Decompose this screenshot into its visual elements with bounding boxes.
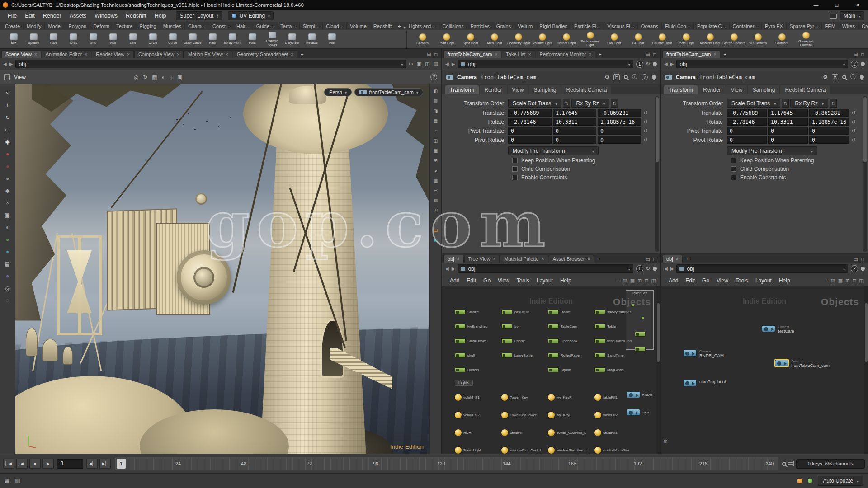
display-toggle-icon[interactable]: ▩	[431, 147, 440, 154]
shelf-tab[interactable]: Particles	[467, 23, 493, 30]
shelf-tab[interactable]: Sparse Pyr...	[787, 23, 822, 30]
shelf-tool[interactable]: Line	[123, 33, 143, 45]
geometry-node[interactable]: ivy	[501, 319, 546, 333]
state-grey-icon[interactable]: ●	[3, 174, 12, 183]
pin-icon[interactable]	[860, 266, 866, 272]
network-menu-item[interactable]: Add	[665, 276, 682, 285]
revert-icon[interactable]	[641, 110, 650, 116]
menu-item[interactable]: File	[4, 11, 21, 21]
shelf-tab[interactable]: Rigging	[136, 23, 160, 30]
shelf-tool[interactable]: Portal Light	[674, 33, 698, 45]
modify-pretransform-button[interactable]: Modify Pre-Transform	[508, 146, 599, 155]
menu-item[interactable]: Render	[39, 11, 66, 21]
shelf-tool[interactable]: Sky Light	[602, 33, 626, 45]
close-icon[interactable]	[495, 52, 497, 57]
current-frame-field[interactable]: 1	[57, 459, 83, 469]
camera-node[interactable]: cam	[627, 409, 652, 416]
search-icon[interactable]	[624, 75, 628, 79]
camera-node[interactable]: camProj_book	[683, 380, 727, 386]
pane-maximize-icon[interactable]: ◻	[653, 52, 656, 57]
network-menu-item[interactable]: Layout	[533, 276, 557, 285]
node-name-field[interactable]: frontTableCam_cam	[699, 74, 819, 80]
view-menu-label[interactable]: View	[14, 74, 26, 80]
state-maroon-icon[interactable]: ●	[3, 162, 12, 170]
network-menu-item[interactable]: View	[713, 276, 732, 285]
shelf-tab[interactable]: FEM	[822, 23, 839, 30]
revert-icon[interactable]	[849, 110, 858, 116]
pane-maximize-icon[interactable]: ◻	[434, 52, 438, 57]
playhead[interactable]: 1	[117, 459, 126, 469]
menu-item[interactable]: Redshift	[122, 11, 151, 21]
geometry-node-icon[interactable]	[635, 332, 646, 337]
add-pane-tab-button[interactable]: +	[721, 51, 729, 58]
forward-icon[interactable]: ▶	[452, 61, 455, 66]
camera-node[interactable]: RNDR	[627, 391, 652, 398]
shelf-tool[interactable]: Grid	[83, 33, 103, 45]
shelf-tab[interactable]: Wires	[839, 23, 859, 30]
pin-icon[interactable]	[651, 74, 657, 80]
parameter-tab[interactable]: Render	[480, 85, 506, 94]
geometry-node[interactable]: LargeBottle	[501, 348, 546, 362]
split-icon[interactable]: ◫	[859, 278, 864, 284]
shelf-tab[interactable]: Oceans	[638, 23, 662, 30]
pivot-translate-y-field[interactable]: 0	[553, 127, 596, 135]
pin-icon[interactable]	[652, 266, 658, 272]
shelf-tab[interactable]: Muscles	[160, 23, 185, 30]
shelf-tool[interactable]: Metaball	[302, 33, 322, 45]
close-icon[interactable]	[457, 256, 460, 262]
close-icon[interactable]	[542, 256, 544, 262]
play-button[interactable]	[42, 459, 54, 469]
scrollbar[interactable]	[656, 286, 660, 454]
viewport-3d-scene[interactable]: Persp frontTableCam_cam Indie Edition	[15, 84, 429, 454]
grid-view-icon[interactable]: ▦	[152, 74, 157, 80]
translate-tool-icon[interactable]: +	[3, 101, 12, 109]
order-stepper-icon[interactable]	[830, 99, 837, 108]
forward-icon[interactable]: ▶	[670, 61, 674, 66]
grid-view-icon[interactable]: ▦	[838, 278, 843, 284]
pane-tab[interactable]: obj	[662, 255, 683, 263]
shelf-tab[interactable]: Texture	[113, 23, 136, 30]
back-icon[interactable]: ◀	[3, 61, 7, 66]
translate-y-field[interactable]: 1.17645	[553, 109, 596, 117]
revert-icon[interactable]	[849, 137, 858, 143]
network-menu-item[interactable]: Edit	[463, 276, 480, 285]
jump-to-icon[interactable]: ↦	[409, 61, 413, 67]
state-green-icon[interactable]: ●	[3, 235, 12, 244]
timeline-options-icon[interactable]	[788, 461, 794, 466]
shelf-tool[interactable]: Spray Paint	[222, 33, 242, 45]
shelf-tab[interactable]: Simpl...	[300, 23, 323, 30]
shelf-tool[interactable]: Sphere	[24, 33, 43, 45]
state-teal-icon[interactable]: ●	[3, 247, 12, 256]
light-node[interactable]: ivy_KeyR	[548, 389, 593, 406]
maximize-button[interactable]	[826, 0, 847, 10]
pane-tab[interactable]: Composite View	[134, 50, 184, 58]
pane-menu-icon[interactable]: ▤	[646, 257, 650, 262]
geometry-node[interactable]: jarsLiquid	[501, 305, 546, 319]
shelf-tool[interactable]: Point Light	[434, 33, 458, 45]
close-icon[interactable]	[34, 52, 37, 57]
network-menu-item[interactable]: Layout	[752, 276, 775, 285]
display-toggle-icon[interactable]: ⊟	[431, 187, 440, 194]
geometry-node[interactable]: Candle	[501, 333, 546, 348]
forward-icon[interactable]: ▶	[452, 266, 455, 271]
pane-tab[interactable]: obj	[443, 255, 464, 263]
geometry-node[interactable]: SandTimer	[594, 348, 639, 362]
close-icon[interactable]	[493, 256, 495, 262]
checkbox[interactable]	[731, 166, 736, 172]
network-menu-item[interactable]: View	[494, 276, 513, 285]
zoom-timeline-icon[interactable]	[782, 462, 786, 466]
pin-icon[interactable]	[860, 61, 866, 67]
scale-tool-icon[interactable]: ▭	[3, 125, 12, 134]
pane-maximize-icon[interactable]: ◻	[861, 257, 864, 262]
camera-node[interactable]: Camera frontTableCam_cam	[775, 360, 830, 368]
geometry-node[interactable]: RolledPaper	[548, 348, 593, 362]
network-canvas[interactable]: Indie Edition Objects Smoke jarsLiquid R…	[442, 286, 660, 454]
update-mode-select[interactable]: Auto Update	[818, 476, 863, 486]
light-node[interactable]: TowerLight	[455, 441, 500, 454]
refresh-view-icon[interactable]: ↻	[143, 74, 147, 80]
parameter-tab[interactable]: Sampling	[748, 85, 779, 94]
parameter-tab[interactable]: Redshift Camera	[780, 85, 830, 94]
rotate-order-select[interactable]: Rx Ry Rz	[571, 99, 609, 108]
light-node[interactable]: windowRim_Warm_R	[548, 441, 593, 454]
collapse-icon[interactable]: ⊟	[852, 278, 856, 284]
